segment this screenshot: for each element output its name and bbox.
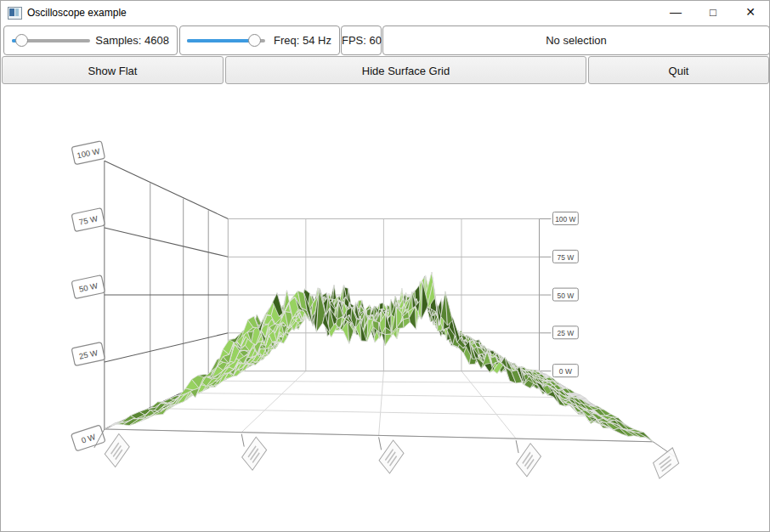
freq-slider[interactable] [187,39,265,42]
fps-cell: FPS: 60 [341,25,382,55]
app-window: Oscilloscope example — □ ✕ Samples: 4608… [0,0,770,532]
show-flat-button[interactable]: Show Flat [2,56,224,84]
svg-text:0 W: 0 W [559,367,572,376]
button-row: Show Flat Hide Surface Grid Quit [1,56,769,85]
samples-cell: Samples: 4608 [3,25,178,55]
title-bar[interactable]: Oscilloscope example — □ ✕ [1,1,769,25]
app-icon [8,7,22,20]
samples-slider[interactable] [12,39,90,42]
window-title: Oscilloscope example [27,7,127,19]
close-button[interactable]: ✕ [732,1,769,24]
fps-label: FPS: 60 [342,34,381,47]
surface-chart-canvas[interactable]: 0 W 25 W 50 W 75 W 100 W 0 W 25 W 50 W 7… [1,85,769,531]
toolbar: Samples: 4608 Freq: 54 Hz FPS: 60 No sel… [1,25,769,56]
surface-chart-svg: 0 W 25 W 50 W 75 W 100 W 0 W 25 W 50 W 7… [1,85,769,531]
freq-cell: Freq: 54 Hz [179,25,340,55]
maximize-button[interactable]: □ [694,1,732,24]
hide-surface-grid-button[interactable]: Hide Surface Grid [225,56,586,84]
quit-button[interactable]: Quit [588,56,769,84]
selection-cell: No selection [382,25,770,55]
freq-slider-handle[interactable] [248,34,261,47]
selection-label: No selection [383,34,769,47]
samples-label: Samples: 4608 [95,34,169,47]
svg-text:25 W: 25 W [558,329,575,337]
svg-text:75 W: 75 W [558,253,575,262]
freq-slider-fill [187,39,254,42]
svg-text:50 W: 50 W [558,291,575,300]
freq-label: Freq: 54 Hz [274,34,331,47]
samples-slider-handle[interactable] [15,34,28,47]
minimize-button[interactable]: — [657,1,694,24]
svg-text:100 W: 100 W [555,215,575,224]
